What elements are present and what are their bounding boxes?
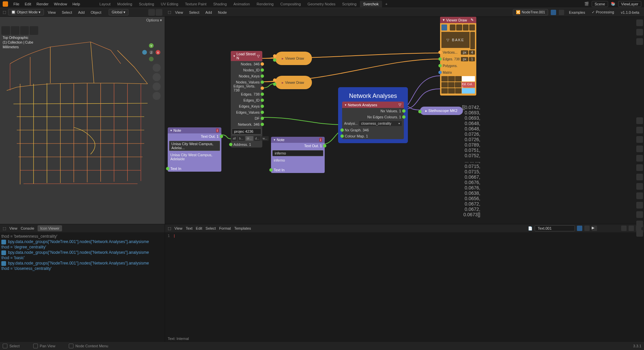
view-icon-1[interactable]: [621, 226, 627, 231]
btn-d[interactable]: d...: [254, 136, 261, 141]
te-text[interactable]: Text: [186, 226, 193, 230]
editor-type-icon[interactable]: ⬚: [3, 10, 6, 14]
tab-modeling[interactable]: Modeling: [114, 1, 136, 7]
color-row-2[interactable]: Ed. Col. 1: [441, 82, 475, 88]
editor-type-icon[interactable]: ⬚: [168, 10, 171, 14]
shield-icon[interactable]: [551, 10, 556, 15]
mode-icon-2[interactable]: [456, 24, 462, 31]
world-icon[interactable]: [636, 164, 643, 171]
ne-examples[interactable]: Examples: [567, 10, 587, 14]
te-templates[interactable]: Templates: [234, 226, 251, 230]
node-viewer-draw-2[interactable]: ▸ Viewer Draw: [275, 76, 312, 89]
menu-file[interactable]: File: [11, 2, 22, 6]
scene-props-icon[interactable]: [636, 155, 643, 162]
vp-add[interactable]: Add: [76, 10, 87, 14]
menu-help[interactable]: Help: [70, 2, 83, 6]
render-icon[interactable]: [636, 38, 643, 45]
edit-icon[interactable]: ✎: [471, 18, 474, 22]
ne-node[interactable]: Node: [216, 10, 229, 14]
info-icon[interactable]: i: [319, 138, 322, 142]
expand-icon[interactable]: ▸: [282, 80, 284, 85]
mode-icon-4[interactable]: [469, 24, 475, 31]
tab-sculpting[interactable]: Sculpting: [136, 1, 157, 7]
te-format[interactable]: Format: [219, 226, 231, 230]
node-editor-area[interactable]: ▾Load Street N▽ Nodes. 346 Nodes_ID Node…: [165, 17, 644, 224]
bake-side-button[interactable]: [470, 32, 475, 49]
viewport-options[interactable]: Options ▾: [146, 18, 162, 22]
project-field[interactable]: projec 4236: [232, 128, 261, 134]
snap-icon[interactable]: [148, 9, 155, 16]
tab-shading[interactable]: Shading: [210, 1, 230, 7]
node-load-street-network[interactable]: ▾Load Street N▽ Nodes. 346 Nodes_ID Node…: [231, 51, 262, 148]
expand-icon[interactable]: ▸: [282, 56, 284, 61]
editor-type-icon[interactable]: ⬚: [168, 226, 171, 231]
node-viewer-draw-1[interactable]: ▸ Viewer Draw: [275, 52, 312, 65]
tab-uv-editing[interactable]: UV Editing: [157, 1, 181, 7]
menu-window[interactable]: Window: [51, 2, 70, 6]
tab-add[interactable]: +: [382, 1, 391, 7]
viewlayer-field[interactable]: ViewLayer: [618, 1, 641, 7]
unlink-icon[interactable]: [584, 226, 590, 231]
tab-sverchok[interactable]: Sverchok: [360, 1, 382, 7]
tab-texture-paint[interactable]: Texture Paint: [181, 1, 210, 7]
console-view[interactable]: View: [9, 226, 17, 230]
console-console[interactable]: Console: [21, 226, 34, 230]
info-icon[interactable]: i: [216, 128, 219, 132]
expand-icon[interactable]: ▸: [425, 109, 427, 113]
scene-field[interactable]: Scene: [592, 1, 608, 7]
output-icon[interactable]: [636, 136, 643, 143]
nodetree-selector[interactable]: 🔀 NodeTree.001: [513, 9, 548, 15]
camera-icon[interactable]: [636, 19, 643, 26]
color-row-3[interactable]: [441, 88, 475, 94]
note-text-field[interactable]: inferno: [272, 150, 323, 156]
collapse-icon[interactable]: ▾: [233, 54, 235, 58]
node-note-1[interactable]: ▾Notei Text Out. 1 Unisa City West Campu…: [168, 127, 221, 172]
eye-icon[interactable]: [441, 24, 447, 31]
collapse-icon[interactable]: ▾: [170, 129, 172, 132]
ne-view[interactable]: View: [173, 10, 185, 14]
mode-selector[interactable]: 🔲 Object Mode ▾: [8, 9, 44, 15]
ne-processing[interactable]: ✓ Processing: [590, 10, 616, 14]
modifier-icon[interactable]: [636, 183, 643, 190]
frame-network-analyses[interactable]: Network Analyses ▾Network Analyses▽ Nx V…: [338, 87, 408, 143]
collapse-icon[interactable]: ▾: [443, 18, 445, 22]
tab-animation[interactable]: Animation: [230, 1, 253, 7]
node-network-analyses[interactable]: ▾Network Analyses▽ Nx Values. 1 Nx Edges…: [342, 102, 404, 139]
tab-scripting[interactable]: Scripting: [339, 1, 360, 7]
proportional-icon[interactable]: [156, 9, 162, 16]
text-datablock-icon[interactable]: 📄: [528, 226, 533, 231]
bake-button[interactable]: ▽BAKE: [441, 32, 470, 48]
px-value[interactable]: 4: [469, 50, 475, 55]
image-icon[interactable]: [636, 29, 643, 36]
tool-icon[interactable]: [636, 127, 643, 133]
pin-icon[interactable]: [559, 10, 564, 15]
ne-select[interactable]: Select: [187, 10, 202, 14]
te-select[interactable]: Select: [206, 226, 216, 230]
vp-object[interactable]: Object: [89, 10, 103, 14]
console-output[interactable]: thod = 'betweenness_centrality' bpy.data…: [0, 232, 165, 342]
material-icon[interactable]: [636, 230, 643, 237]
orientation-selector[interactable]: Global ▾: [109, 9, 128, 15]
text-body[interactable]: 1|: [165, 232, 644, 335]
tab-compositing[interactable]: Compositing: [277, 1, 304, 7]
run-icon[interactable]: ▶: [592, 226, 597, 231]
btn-w[interactable]: w...: [261, 136, 269, 141]
btn-b[interactable]: b...: [238, 136, 245, 141]
data-icon[interactable]: [636, 221, 643, 227]
te-view[interactable]: View: [174, 226, 182, 230]
mode-icon-1[interactable]: [450, 24, 455, 31]
analysis-dropdown[interactable]: closeness_centrality▾: [359, 121, 402, 126]
btn-dr[interactable]: dr...: [246, 136, 253, 141]
mode-icon-3[interactable]: [463, 24, 469, 31]
funnel-icon[interactable]: ▽: [398, 103, 401, 107]
constraints-icon[interactable]: [636, 211, 643, 218]
collapse-icon[interactable]: ▾: [274, 138, 275, 141]
menu-render[interactable]: Render: [34, 2, 51, 6]
node-stethoscope[interactable]: ▸ Stethoscope MK2: [420, 107, 463, 115]
object-props-icon[interactable]: [636, 174, 643, 180]
color-row-1[interactable]: [441, 76, 475, 81]
tab-layout[interactable]: Layout: [96, 1, 114, 7]
collapse-icon[interactable]: ▾: [345, 103, 346, 107]
particles-icon[interactable]: [636, 192, 643, 199]
editor-type-icon[interactable]: ⬚: [3, 226, 6, 231]
